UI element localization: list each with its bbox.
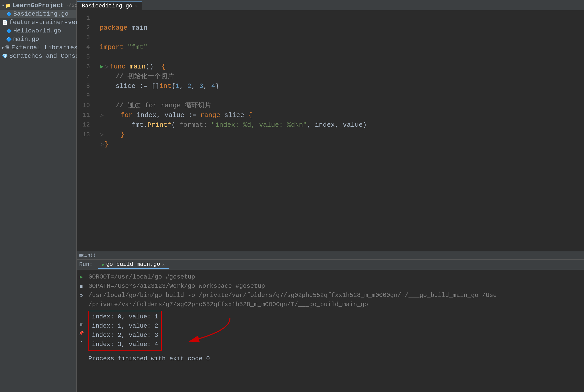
line-num-4: 4 <box>77 42 95 52</box>
line-num-3: 3 <box>77 33 95 42</box>
line-num-9: 9 <box>77 91 95 101</box>
run-scroll-icon[interactable]: ⟳ <box>80 293 83 298</box>
go-file-icon-hw: 🔷 <box>6 28 12 34</box>
editor-area: Basicediting.go ✕ 1 2 3 4 5 6 7 8 9 10 1… <box>77 0 584 392</box>
run-output-line-6: index: 1, value: 2 <box>92 321 158 331</box>
run-sidebar-icons: ▶ ■ ⟳ 🗑 📌 ↗ <box>77 272 86 389</box>
run-tab-bar: Run: ▶ go build main.go ✕ <box>77 260 584 270</box>
sidebar-item-label: Basicediting.go <box>13 10 68 17</box>
run-output-line-3: /usr/local/go/bin/go build -o /private/v… <box>88 291 581 300</box>
sidebar-item-helloworld[interactable]: 🔷 Helloworld.go <box>0 27 76 35</box>
line-num-6: 6 <box>77 62 95 72</box>
tab-label: Basicediting.go <box>82 3 132 9</box>
tab-bar: Basicediting.go ✕ <box>77 0 584 11</box>
sidebar-item-project-root[interactable]: ▼ 📁 LearnGoProject ~/GolandProject <box>0 1 76 10</box>
folder-icon: 📁 <box>5 3 11 8</box>
go-file-icon: 🔷 <box>6 11 12 17</box>
run-output-line-2: GOPATH=/Users/a123123/Work/go_workspace … <box>88 282 581 291</box>
sidebar-item-label: main.go <box>13 36 39 43</box>
code-editor: 1 2 3 4 5 6 7 8 9 10 11 12 13 package ma… <box>77 11 584 251</box>
run-output-line-4: /private/var/folders/g7/sg02phc552qffxx1… <box>88 300 581 309</box>
run-panel-wrapper: Run: ▶ go build main.go ✕ ▶ ■ ⟳ 🗑 <box>77 259 584 392</box>
run-tab-main[interactable]: ▶ go build main.go ✕ <box>98 261 169 269</box>
run-output-line-5: index: 0, value: 1 <box>92 312 158 321</box>
sidebar-item-scratches[interactable]: 💎 Scratches and Consoles <box>0 52 76 60</box>
sidebar-item-label: External Libraries <box>11 44 77 51</box>
run-panel: Run: ▶ go build main.go ✕ ▶ ■ ⟳ 🗑 <box>77 259 584 392</box>
run-play-icon[interactable]: ▶ <box>80 274 83 280</box>
line-num-13: 13 <box>77 130 95 140</box>
main-layout: ▼ 📁 LearnGoProject ~/GolandProject 🔷 Bas… <box>0 0 584 392</box>
run-output-line-7: index: 2, value: 3 <box>92 331 158 340</box>
run-label: Run: <box>79 261 93 268</box>
chevron-right-icon: ▶ <box>2 45 4 50</box>
line-num-8: 8 <box>77 81 95 91</box>
line-numbers: 1 2 3 4 5 6 7 8 9 10 11 12 13 <box>77 11 95 251</box>
run-output-line-9: Process finished with exit code 0 <box>88 354 581 363</box>
sidebar-item-main[interactable]: 🔷 main.go <box>0 35 76 43</box>
line-num-11: 11 <box>77 110 95 120</box>
scratch-icon: 💎 <box>2 53 8 59</box>
code-content[interactable]: package main import "fmt" ▶▷func main() … <box>95 11 584 251</box>
run-text-area: GOROOT=/usr/local/go #gosetup GOPATH=/Us… <box>86 272 584 389</box>
run-content[interactable]: ▶ ■ ⟳ 🗑 📌 ↗ GOROOT=/usr/local/go #gosetu… <box>77 270 584 392</box>
run-tab-label: go build main.go <box>106 261 160 268</box>
run-tab-close-icon[interactable]: ✕ <box>162 262 165 267</box>
sidebar: ▼ 📁 LearnGoProject ~/GolandProject 🔷 Bas… <box>0 0 77 392</box>
run-output-line-1: GOROOT=/usr/local/go #gosetup <box>88 272 581 282</box>
line-num-7: 7 <box>77 72 95 81</box>
sidebar-item-external-libs[interactable]: ▶ 🏛 External Libraries <box>0 43 76 52</box>
sidebar-item-label: Helloworld.go <box>13 27 61 34</box>
txt-file-icon: 📄 <box>2 20 8 25</box>
tab-close-icon[interactable]: ✕ <box>134 3 137 8</box>
tab-basicediting[interactable]: Basicediting.go ✕ <box>77 1 142 10</box>
run-pin-icon[interactable]: 📌 <box>79 331 84 336</box>
run-output-line-8: index: 3, value: 4 <box>92 340 158 349</box>
line-num-10: 10 <box>77 101 95 110</box>
output-highlighted-box: index: 0, value: 1 index: 1, value: 2 in… <box>88 311 162 351</box>
chevron-down-icon: ▼ <box>2 4 4 8</box>
run-close-icon[interactable]: 🗑 <box>79 322 83 327</box>
sidebar-item-feature-trainer[interactable]: 📄 feature-trainer-version.txt <box>0 18 76 27</box>
line-num-2: 2 <box>77 23 95 33</box>
line-num-12: 12 <box>77 120 95 130</box>
go-file-icon-main: 🔷 <box>6 37 12 42</box>
run-expand-icon[interactable]: ↗ <box>80 339 83 344</box>
line-num-5: 5 <box>77 52 95 62</box>
sidebar-item-basicediting[interactable]: 🔷 Basicediting.go <box>0 10 76 18</box>
run-stop-icon[interactable]: ■ <box>80 284 83 290</box>
line-num-1: 1 <box>77 13 95 23</box>
status-bar: main() <box>77 251 584 259</box>
editor-status: main() <box>79 253 96 258</box>
project-name: LearnGoProject <box>12 2 64 9</box>
lib-icon: 🏛 <box>5 45 10 50</box>
